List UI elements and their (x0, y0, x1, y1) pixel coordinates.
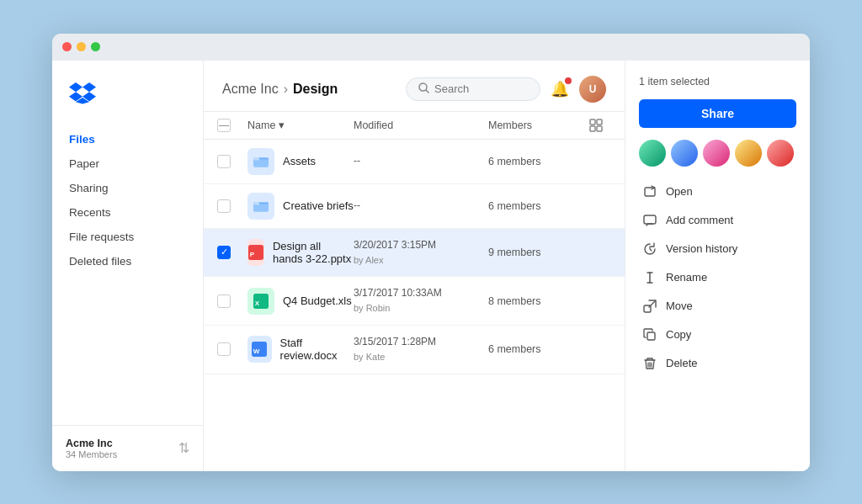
maximize-dot[interactable] (91, 42, 100, 51)
view-toggle-button[interactable] (581, 119, 611, 132)
col-modified-header[interactable]: Modified (354, 119, 488, 131)
file-table: — Name ▾ Modified Members (204, 112, 625, 471)
sidebar-item-files[interactable]: Files (52, 127, 203, 151)
pptx-icon: P (247, 239, 264, 266)
sidebar: Files Paper Sharing Recents File request… (52, 61, 204, 471)
svg-rect-3 (597, 119, 602, 125)
table-row[interactable]: X Q4 Budget.xls 3/17/2017 10:33AM by Rob… (204, 277, 625, 326)
svg-rect-5 (597, 126, 602, 131)
sidebar-item-file-requests[interactable]: File requests (52, 225, 203, 249)
sidebar-item-paper[interactable]: Paper (52, 151, 203, 176)
delete-icon (642, 356, 657, 371)
window-body: Files Paper Sharing Recents File request… (52, 61, 810, 471)
table-row[interactable]: ✓ P Design all hands 3-22.pptx 3/20/2017… (204, 229, 625, 278)
svg-rect-9 (253, 202, 259, 205)
table-row[interactable]: Creative briefs -- 6 members (204, 184, 625, 229)
close-dot[interactable] (62, 42, 72, 51)
context-move[interactable]: Move (639, 293, 796, 320)
right-panel: 1 item selected Share Open (625, 61, 810, 471)
col-members-header[interactable]: Members (488, 119, 581, 131)
svg-text:P: P (250, 250, 255, 257)
table-row[interactable]: Assets -- 6 members (204, 140, 625, 184)
breadcrumb-separator: › (284, 82, 288, 97)
avatar[interactable]: U (579, 76, 606, 103)
share-button[interactable]: Share (639, 99, 796, 128)
row-checkbox[interactable] (217, 199, 231, 213)
svg-text:W: W (253, 347, 260, 355)
svg-text:X: X (255, 299, 260, 306)
modified-date: -- (354, 155, 360, 167)
modified-date: 3/17/2017 10:33AM (354, 285, 488, 301)
modified-date: 3/20/2017 3:15PM (354, 237, 488, 253)
comment-icon (642, 213, 657, 228)
modified-date: -- (354, 199, 360, 211)
modified-cell: 3/20/2017 3:15PM by Alex (354, 237, 488, 268)
members-cell: 6 members (488, 343, 581, 355)
breadcrumb: Acme Inc › Design (222, 82, 338, 97)
context-rename[interactable]: Rename (639, 264, 796, 291)
svg-rect-17 (644, 215, 656, 224)
row-checkbox[interactable] (217, 342, 231, 356)
modified-by: by Kate (354, 350, 488, 365)
org-info: Acme Inc 34 Members (66, 438, 117, 459)
sidebar-item-recents[interactable]: Recents (52, 200, 203, 225)
members-cell: 6 members (488, 200, 581, 212)
folder-icon (247, 148, 274, 175)
copy-icon (642, 327, 657, 342)
context-delete[interactable]: Delete (639, 350, 796, 377)
member-avatar[interactable] (767, 140, 794, 167)
modified-cell: 3/17/2017 10:33AM by Robin (354, 285, 488, 316)
member-avatar[interactable] (735, 140, 762, 167)
member-avatar[interactable] (639, 140, 666, 167)
row-checkbox[interactable] (217, 155, 231, 168)
search-box[interactable] (406, 77, 540, 101)
members-cell: 6 members (488, 156, 581, 167)
sort-icon: ▾ (279, 119, 285, 131)
context-copy[interactable]: Copy (639, 321, 796, 348)
select-all-checkbox[interactable]: — (217, 119, 231, 132)
row-checkbox[interactable]: ✓ (217, 246, 231, 259)
file-name: Q4 Budget.xls (283, 294, 352, 307)
svg-rect-2 (590, 119, 595, 125)
modified-cell: 3/15/2017 1:28PM by Kate (354, 334, 488, 365)
row-checkbox[interactable] (217, 294, 231, 308)
open-icon (642, 184, 657, 199)
modified-cell: -- (354, 153, 488, 169)
context-add-comment[interactable]: Add comment (639, 207, 796, 234)
svg-rect-22 (647, 332, 655, 340)
titlebar (52, 34, 810, 61)
file-name-cell: Assets (247, 148, 354, 175)
modified-by: by Alex (354, 253, 488, 268)
modified-by: by Robin (354, 301, 488, 316)
table-header: — Name ▾ Modified Members (204, 112, 625, 140)
app-window: Files Paper Sharing Recents File request… (52, 34, 810, 471)
copy-label: Copy (666, 328, 691, 341)
sidebar-footer[interactable]: Acme Inc 34 Members ⇅ (52, 425, 203, 471)
minimize-dot[interactable] (77, 42, 86, 51)
selected-count-label: 1 item selected (639, 76, 796, 88)
sidebar-item-deleted-files[interactable]: Deleted files (52, 249, 203, 273)
org-members: 34 Members (66, 449, 117, 459)
move-label: Move (666, 300, 693, 312)
notification-badge (565, 77, 572, 84)
breadcrumb-parent[interactable]: Acme Inc (222, 82, 279, 97)
member-avatar[interactable] (703, 140, 730, 167)
context-open[interactable]: Open (639, 178, 796, 205)
context-version-history[interactable]: Version history (639, 236, 796, 263)
dropbox-logo-icon (69, 81, 96, 104)
member-avatars (639, 140, 796, 167)
rename-label: Rename (666, 271, 707, 284)
xls-icon: X (247, 288, 274, 315)
col-name-header[interactable]: Name ▾ (247, 119, 354, 131)
file-name-cell: P Design all hands 3-22.pptx (247, 239, 354, 266)
header-actions: 🔔 U (406, 76, 606, 103)
sidebar-item-sharing[interactable]: Sharing (52, 176, 203, 200)
member-avatar[interactable] (671, 140, 698, 167)
move-icon (642, 299, 657, 314)
main-header: Acme Inc › Design (204, 61, 625, 112)
file-name: Design all hands 3-22.pptx (273, 240, 354, 265)
notification-button[interactable]: 🔔 (551, 80, 569, 98)
table-row[interactable]: W Staff review.docx 3/15/2017 1:28PM by … (204, 326, 625, 374)
search-input[interactable] (434, 82, 527, 95)
name-col-label: Name (247, 119, 275, 131)
